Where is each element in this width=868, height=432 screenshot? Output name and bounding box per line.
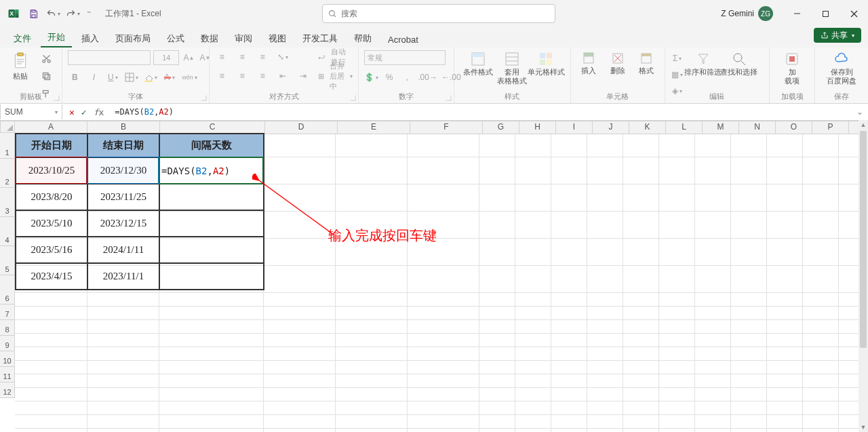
col-header-f[interactable]: F [410,121,483,134]
bold-icon[interactable]: B [68,71,81,84]
fx-icon[interactable]: fx [94,107,104,117]
tab-developer[interactable]: 开发工具 [296,30,344,47]
formula-input[interactable]: =DAYS(B2,A2) [111,107,852,117]
paste-button[interactable]: 粘贴 [5,50,35,82]
cell-b3[interactable]: 2023/11/25 [87,184,159,210]
font-size-input[interactable] [153,50,179,65]
user-avatar[interactable]: ZG [758,6,773,21]
col-header-b[interactable]: B [87,121,160,134]
tab-home[interactable]: 开始 [41,28,72,47]
col-header-g[interactable]: G [483,121,519,134]
scroll-thumb[interactable] [860,131,867,348]
number-dialog-launcher[interactable] [446,96,452,101]
font-dialog-launcher[interactable] [201,96,207,101]
cell-c3[interactable] [159,184,264,210]
autosum-icon[interactable]: Σ▾ [671,52,684,65]
cell-styles-button[interactable]: 单元格样式 [531,50,561,78]
comma-icon[interactable]: , [400,71,414,84]
phonetic-icon[interactable]: wén▾ [182,71,197,84]
user-name[interactable]: Z Gemini [721,9,754,18]
align-top-icon[interactable]: ≡ [215,50,229,64]
borders-icon[interactable]: ▾ [125,71,138,84]
col-header-e[interactable]: E [338,121,410,134]
row-header-1[interactable]: 1 [0,133,15,159]
cell-b4[interactable]: 2023/12/15 [87,210,159,237]
cell-a3[interactable]: 2023/8/20 [16,184,87,210]
italic-icon[interactable]: I [87,71,100,84]
col-header-c[interactable]: C [160,121,265,134]
minimize-button[interactable] [783,0,811,27]
share-button[interactable]: 共享▾ [814,28,861,43]
align-bottom-icon[interactable]: ≡ [256,50,269,64]
cell-b6[interactable]: 2023/11/1 [87,263,159,290]
search-box[interactable]: 搜索 [322,4,555,23]
table-format-button[interactable]: 套用 表格格式 [497,50,527,87]
align-right-icon[interactable]: ≡ [256,69,269,83]
row-header-10[interactable]: 10 [0,351,15,367]
tab-review[interactable]: 审阅 [228,30,259,47]
scroll-down-icon[interactable]: ▼ [859,423,868,432]
row-header-8[interactable]: 8 [0,320,15,336]
row-header-3[interactable]: 3 [0,188,15,217]
cell-c6[interactable] [159,263,264,290]
align-middle-icon[interactable]: ≡ [235,50,249,64]
row-header-2[interactable]: 2 [0,159,15,188]
col-header-j[interactable]: J [593,121,629,134]
orientation-icon[interactable]: ⤡▾ [276,50,290,64]
number-format-select[interactable] [364,50,446,65]
cell-a6[interactable]: 2023/4/15 [16,263,87,290]
row-header-6[interactable]: 6 [0,275,15,305]
currency-icon[interactable]: 💲▾ [364,71,378,84]
cells-grid[interactable]: 开始日期 结束日期 间隔天数 2023/10/25 2023/12/30 =DA… [15,133,868,432]
merge-center-button[interactable]: ⊞ 合并后居中▾ [318,69,353,83]
copy-icon[interactable] [39,69,53,83]
redo-icon[interactable]: ▾ [63,4,82,23]
insert-cells-button[interactable]: 插入 [576,50,601,77]
increase-decimal-icon[interactable]: .00→ [418,71,437,84]
close-button[interactable] [840,0,868,27]
row-header-11[interactable]: 11 [0,367,15,382]
tab-acrobat[interactable]: Acrobat [381,32,425,47]
save-icon[interactable] [24,4,43,23]
name-box[interactable]: SUM ▾ [0,104,62,119]
col-header-d[interactable]: D [265,121,338,134]
undo-icon[interactable]: ▾ [43,4,62,23]
cell-c2[interactable]: =DAYS(B2,A2) [159,157,264,184]
fill-color-icon[interactable]: ▾ [144,71,157,84]
col-header-m[interactable]: M [703,121,739,134]
col-header-k[interactable]: K [629,121,666,134]
cell-b2[interactable]: 2023/12/30 [87,157,159,184]
percent-icon[interactable]: % [382,71,396,84]
row-header-7[interactable]: 7 [0,305,15,320]
font-name-input[interactable] [68,50,151,65]
tab-insert[interactable]: 插入 [75,30,106,47]
font-color-icon[interactable]: A▾ [163,71,176,84]
col-header-a[interactable]: A [15,121,87,134]
clipboard-dialog-launcher[interactable] [54,96,60,101]
scroll-up-icon[interactable]: ▲ [859,120,868,130]
col-header-n[interactable]: N [739,121,776,134]
col-header-h[interactable]: H [519,121,556,134]
cell-c4[interactable] [159,210,264,237]
save-baidu-button[interactable]: 保存到 百度网盘 [827,50,856,87]
maximize-button[interactable] [811,0,840,27]
col-header-i[interactable]: I [556,121,593,134]
cell-a5[interactable]: 2023/5/16 [16,237,87,263]
customize-qat-icon[interactable]: ⁼ [83,4,95,23]
cell-c5[interactable] [159,237,264,263]
addins-button[interactable]: 加 载项 [777,50,807,87]
header-end-date[interactable]: 结束日期 [87,134,159,157]
increase-font-icon[interactable]: A▲ [182,51,195,64]
tab-formulas[interactable]: 公式 [160,30,191,47]
cell-b5[interactable]: 2024/1/11 [87,237,159,263]
align-center-icon[interactable]: ≡ [235,69,249,83]
delete-cells-button[interactable]: 删除 [605,50,630,77]
alignment-dialog-launcher[interactable] [351,96,356,101]
decrease-indent-icon[interactable]: ⇤ [276,69,290,83]
col-header-l[interactable]: L [666,121,703,134]
tab-file[interactable]: 文件 [7,30,38,47]
tab-data[interactable]: 数据 [194,30,225,47]
conditional-format-button[interactable]: 条件格式 [463,50,493,78]
increase-indent-icon[interactable]: ⇥ [296,69,310,83]
expand-formula-bar-icon[interactable]: ⌄ [852,107,868,117]
